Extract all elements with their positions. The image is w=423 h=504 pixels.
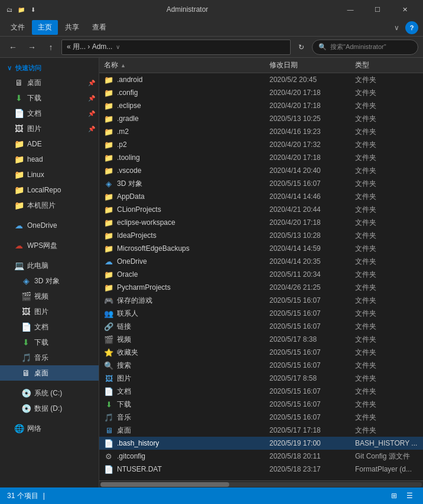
table-row[interactable]: 📄NTUSER.DAT 2020/5/18 23:17 FormatPlayer… bbox=[99, 463, 423, 476]
table-row[interactable]: 📁eclipse-workspace 2020/4/20 17:18 文件夹 bbox=[99, 216, 423, 229]
table-row[interactable]: 📁.config 2020/4/20 17:18 文件夹 bbox=[99, 86, 423, 99]
file-date: 2020/4/20 17:18 bbox=[265, 102, 350, 110]
download-icon: ⬇ bbox=[14, 93, 24, 103]
col-type-header[interactable]: 类型 bbox=[350, 60, 423, 70]
table-row[interactable]: 📄.bash_history 2020/5/19 17:00 BASH_HIST… bbox=[99, 437, 423, 450]
table-row[interactable]: ⬇下载 2020/5/15 16:07 文件夹 bbox=[99, 398, 423, 411]
sidebar-item-head[interactable]: 📁 head bbox=[0, 152, 99, 167]
sidebar-item-desktop-quick[interactable]: 🖥 桌面 📌 bbox=[0, 75, 99, 90]
table-row[interactable]: ⚙.gitconfig 2020/5/18 20:11 Git Config 源… bbox=[99, 450, 423, 463]
sidebar-item-pictures[interactable]: 🖼 图片 bbox=[0, 304, 99, 319]
horizontal-scrollbar[interactable] bbox=[99, 480, 423, 487]
list-view-button[interactable]: ☰ bbox=[403, 489, 416, 502]
minimize-button[interactable]: — bbox=[337, 0, 364, 19]
sidebar-item-label: 下载 bbox=[34, 338, 48, 348]
sidebar-item-ade[interactable]: 📁 ADE bbox=[0, 136, 99, 152]
sidebar-item-drive-d[interactable]: 💿 数据 (D:) bbox=[0, 401, 99, 416]
close-button[interactable]: ✕ bbox=[391, 0, 418, 19]
sidebar-item-download-quick[interactable]: ⬇ 下载 📌 bbox=[0, 90, 99, 106]
sidebar-item-downloads[interactable]: ⬇ 下载 bbox=[0, 335, 99, 350]
sidebar-item-music[interactable]: 🎵 音乐 bbox=[0, 350, 99, 365]
wps-icon: ☁ bbox=[14, 241, 24, 250]
quick-access-header[interactable]: ∨ 快速访问 bbox=[0, 60, 99, 75]
table-row[interactable]: 🔗链接 2020/5/15 16:07 文件夹 bbox=[99, 320, 423, 333]
maximize-button[interactable]: ☐ bbox=[364, 0, 391, 19]
table-row[interactable]: 📄文档 2020/5/15 16:07 文件夹 bbox=[99, 385, 423, 398]
col-name-header[interactable]: 名称 ▲ bbox=[99, 60, 265, 70]
sidebar-item-label: 音乐 bbox=[34, 353, 48, 363]
table-row[interactable]: 📁PycharmProjects 2020/4/26 21:25 文件夹 bbox=[99, 281, 423, 294]
table-row[interactable]: 🖥桌面 2020/5/17 17:18 文件夹 bbox=[99, 424, 423, 437]
sidebar-item-localrepo[interactable]: 📁 LocalRepo bbox=[0, 182, 99, 198]
col-date-header[interactable]: 修改日期 bbox=[265, 60, 350, 70]
menu-home[interactable]: 主页 bbox=[32, 20, 58, 35]
menu-file[interactable]: 文件 bbox=[5, 20, 31, 35]
folder-icon: 📁 bbox=[14, 139, 24, 149]
table-row[interactable]: 📁.tooling 2020/4/20 17:18 文件夹 bbox=[99, 151, 423, 164]
sidebar-item-drive-c[interactable]: 💿 系统 (C:) bbox=[0, 385, 99, 401]
table-row[interactable]: 📁IdeaProjects 2020/5/13 10:28 文件夹 bbox=[99, 229, 423, 242]
sidebar-item-photos[interactable]: 📁 本机照片 bbox=[0, 198, 99, 213]
sidebar-item-network[interactable]: 🌐 网络 bbox=[0, 421, 99, 436]
table-row[interactable]: ☁OneDrive 2020/4/14 20:35 文件夹 bbox=[99, 255, 423, 268]
table-row[interactable]: 🎵音乐 2020/5/15 16:07 文件夹 bbox=[99, 411, 423, 424]
sidebar-item-documents[interactable]: 📄 文档 bbox=[0, 319, 99, 335]
table-row[interactable]: 🖼图片 2020/5/17 8:58 文件夹 bbox=[99, 372, 423, 385]
sidebar-item-label: head bbox=[27, 155, 43, 163]
sidebar-item-docs-quick[interactable]: 📄 文档 📌 bbox=[0, 106, 99, 121]
table-row[interactable]: 📁.vscode 2020/4/14 20:40 文件夹 bbox=[99, 164, 423, 177]
forward-button[interactable]: → bbox=[24, 39, 40, 55]
sidebar-item-desktop[interactable]: 🖥 桌面 bbox=[0, 365, 99, 381]
pin-icon: 📌 bbox=[88, 110, 95, 117]
table-row[interactable]: 📁.gradle 2020/5/13 10:25 文件夹 bbox=[99, 112, 423, 125]
address-text: « 用... › Adm... bbox=[67, 42, 112, 52]
file-date: 2020/5/15 16:07 bbox=[265, 179, 350, 188]
table-row[interactable]: 📁MicrosoftEdgeBackups 2020/4/14 14:59 文件… bbox=[99, 242, 423, 255]
table-row[interactable]: 🎮保存的游戏 2020/5/15 16:07 文件夹 bbox=[99, 294, 423, 307]
file-name: 收藏夹 bbox=[117, 348, 138, 358]
file-date: 2020/5/18 20:11 bbox=[265, 452, 350, 460]
table-row[interactable]: 📁.m2 2020/4/16 19:23 文件夹 bbox=[99, 125, 423, 138]
up-button[interactable]: ↑ bbox=[43, 39, 59, 55]
file-date: 2020/5/13 10:25 bbox=[265, 114, 350, 123]
sidebar-item-label: 桌面 bbox=[27, 78, 41, 88]
grid-view-button[interactable]: ⊞ bbox=[388, 489, 401, 502]
sidebar-item-onedrive[interactable]: ☁ OneDrive bbox=[0, 218, 99, 233]
table-row[interactable]: 📁AppData 2020/4/14 14:46 文件夹 bbox=[99, 190, 423, 203]
table-row[interactable]: 📁.android 2020/5/2 20:45 文件夹 bbox=[99, 73, 423, 86]
window-controls: — ☐ ✕ bbox=[337, 0, 418, 19]
menu-view[interactable]: 查看 bbox=[86, 20, 112, 35]
sidebar-item-this-pc[interactable]: 💻 此电脑 bbox=[0, 258, 99, 273]
table-row[interactable]: 📁.p2 2020/4/20 17:32 文件夹 bbox=[99, 138, 423, 151]
menu-share[interactable]: 共享 bbox=[59, 20, 85, 35]
table-row[interactable]: 📁.eclipse 2020/4/20 17:18 文件夹 bbox=[99, 99, 423, 112]
refresh-button[interactable]: ↻ bbox=[293, 39, 310, 55]
table-row[interactable]: 📁CLionProjects 2020/4/21 20:44 文件夹 bbox=[99, 203, 423, 216]
sidebar-item-linux[interactable]: 📁 Linux bbox=[0, 167, 99, 182]
back-button[interactable]: ← bbox=[5, 39, 21, 55]
folder-icon: 📁 bbox=[14, 155, 24, 164]
sidebar-item-videos[interactable]: 🎬 视频 bbox=[0, 289, 99, 304]
file-type: 文件夹 bbox=[350, 361, 423, 371]
table-row[interactable]: ◈3D 对象 2020/5/15 16:07 文件夹 bbox=[99, 177, 423, 190]
help-button[interactable]: ? bbox=[405, 21, 418, 34]
search-bar[interactable]: 🔍 搜索"Administrator" bbox=[312, 40, 418, 55]
table-row[interactable]: 🎬视频 2020/5/17 8:38 文件夹 bbox=[99, 333, 423, 346]
file-icon: 🎮 bbox=[104, 296, 113, 305]
sidebar-item-3d[interactable]: ◈ 3D 对象 bbox=[0, 273, 99, 289]
address-chevron-icon[interactable]: ∨ bbox=[116, 44, 120, 50]
file-date: 2020/4/20 17:18 bbox=[265, 218, 350, 227]
sidebar-item-pictures-quick[interactable]: 🖼 图片 📌 bbox=[0, 121, 99, 136]
sidebar-item-wps[interactable]: ☁ WPS网盘 bbox=[0, 238, 99, 253]
search-placeholder: 搜索"Administrator" bbox=[330, 42, 386, 51]
scrollbar-thumb[interactable] bbox=[100, 482, 229, 487]
file-icon: 📁 bbox=[104, 231, 113, 240]
table-row[interactable]: ⭐收藏夹 2020/5/15 16:07 文件夹 bbox=[99, 346, 423, 359]
menu-expand-button[interactable]: ∨ bbox=[389, 21, 404, 34]
table-row[interactable]: 👥联系人 2020/5/15 16:07 文件夹 bbox=[99, 307, 423, 320]
file-name: 视频 bbox=[117, 335, 131, 345]
table-row[interactable]: 🔍搜索 2020/5/15 16:07 文件夹 bbox=[99, 359, 423, 372]
address-bar[interactable]: « 用... › Adm... ∨ bbox=[61, 40, 291, 55]
table-row[interactable]: 📁Oracle 2020/5/11 20:34 文件夹 bbox=[99, 268, 423, 281]
file-type: 文件夹 bbox=[350, 205, 423, 215]
